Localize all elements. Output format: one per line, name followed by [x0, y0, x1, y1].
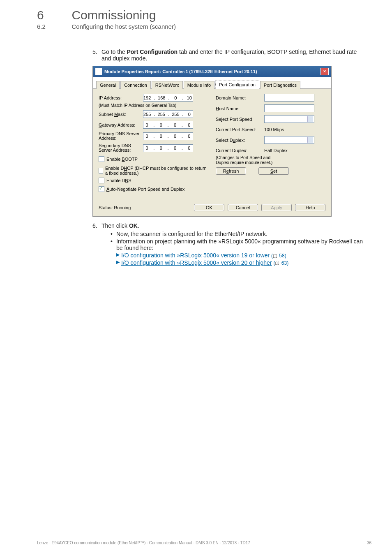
dialog-title-text: Module Properties Report: Controller:1 (…	[104, 69, 257, 74]
book-icon: 🕮	[273, 253, 277, 258]
current-duplex-value: Half Duplex	[264, 148, 288, 153]
must-match-note: (Must Match IP Address on General Tab)	[99, 103, 208, 108]
dialog-right-column: Domain Name: Host Name: Select Port Spee…	[208, 94, 325, 196]
checkbox-icon	[99, 168, 103, 173]
dialog-footer: Status: Running OK Cancel Apply Help	[93, 201, 331, 216]
host-name-input[interactable]	[264, 104, 314, 112]
enable-bootp-label: Enable BOOTP	[106, 157, 138, 162]
current-port-speed-value: 100 Mbps	[264, 127, 284, 132]
step-body: Go to the Port Configuration tab and ent…	[101, 49, 367, 62]
book-icon: 🕮	[275, 261, 279, 266]
host-name-label: Host Name:	[216, 106, 264, 111]
chevron-down-icon	[309, 139, 312, 141]
tab-rsnetworx[interactable]: RSNetWorx	[152, 81, 183, 89]
footer-text: Lenze · E94AYCEO communication module (E…	[37, 541, 250, 545]
tab-connection[interactable]: Connection	[120, 81, 151, 89]
chevron-down-icon	[309, 118, 312, 120]
checkbox-icon	[99, 178, 104, 183]
auto-negotiate-label: Auto-Negotiate Port Speed and Duplex	[106, 187, 184, 192]
dialog-module-properties: Module Properties Report: Controller:1 (…	[92, 66, 332, 217]
list-item: ▶ I/O configuration with »RSLogix 5000« …	[116, 252, 367, 259]
checkbox-icon	[99, 156, 104, 162]
primary-dns-input[interactable]: 0.0.0.0	[143, 132, 193, 140]
page-number: 36	[367, 541, 371, 545]
checkbox-icon	[99, 186, 104, 192]
enable-dhcp-checkbox[interactable]: Enable DHCP (DHCP must be configured to …	[99, 166, 208, 176]
step-6: 6. Then click OK. • Now, the scanner is …	[92, 222, 367, 267]
dialog-titlebar: Module Properties Report: Controller:1 (…	[93, 66, 331, 77]
window-icon	[95, 68, 102, 75]
select-port-speed-label: Select Port Speed	[216, 117, 264, 122]
changes-note: (Changes to Port Speed and Duplex requir…	[216, 155, 325, 165]
tab-module-info[interactable]: Module Info	[184, 81, 214, 89]
gateway-address-input[interactable]: 0.0.0.0	[143, 121, 193, 129]
secondary-dns-input[interactable]: 0.0.0.0	[143, 144, 193, 152]
refresh-button[interactable]: Refresh	[216, 167, 246, 175]
step-5: 5. Go to the Port Configuration tab and …	[92, 49, 367, 62]
enable-dhcp-label: Enable DHCP (DHCP must be configured to …	[105, 166, 208, 176]
page-footer: Lenze · E94AYCEO communication module (E…	[37, 541, 371, 545]
set-button[interactable]: Set	[258, 167, 289, 175]
step-number: 6.	[92, 222, 101, 267]
select-duplex-dropdown[interactable]	[264, 136, 314, 144]
ip-address-label: IP Address:	[99, 95, 143, 100]
step-body: Then click OK. • Now, the scanner is con…	[101, 222, 367, 267]
primary-dns-label: Primary DNS Server Address:	[99, 132, 143, 141]
enable-dns-checkbox[interactable]: Enable DNS	[99, 177, 208, 184]
auto-negotiate-checkbox[interactable]: Auto-Negotiate Port Speed and Duplex	[99, 185, 208, 193]
secondary-dns-label: Secondary DNS Server Address:	[99, 143, 143, 153]
link-io-config-v19[interactable]: I/O configuration with »RSLogix 5000« ve…	[121, 252, 270, 259]
current-duplex-label: Current Duplex:	[216, 148, 264, 153]
link-io-config-v20[interactable]: I/O configuration with »RSLogix 5000« ve…	[121, 259, 272, 266]
dialog-left-column: IP Address: 192.168.0.10 (Must Match IP …	[99, 94, 208, 196]
list-item: ▶ I/O configuration with »RSLogix 5000« …	[116, 259, 367, 266]
page-header: 6 Commissioning 6.2 Configuring the host…	[0, 0, 392, 30]
status-text: Status: Running	[99, 205, 194, 210]
gateway-address-label: Gateway Address:	[99, 123, 143, 127]
dialog-body: IP Address: 192.168.0.10 (Must Match IP …	[93, 89, 331, 201]
separator-dashes: _ _ _ _ _ _ _ _ _ _ _ _ _ _ _ _ _ _ _ _ …	[21, 39, 371, 41]
enable-bootp-checkbox[interactable]: Enable BOOTP	[99, 155, 208, 163]
select-port-speed-dropdown[interactable]	[264, 115, 314, 123]
dialog-tabs: General Connection RSNetWorx Module Info…	[93, 77, 331, 89]
section-number: 6.2	[37, 23, 70, 30]
triangle-icon: ▶	[116, 252, 120, 259]
section-title: Configuring the host system (scanner)	[71, 23, 175, 30]
current-port-speed-label: Current Port Speed:	[216, 127, 264, 132]
tab-port-diagnostics[interactable]: Port Diagnostics	[260, 81, 300, 89]
subnet-mask-input[interactable]: 255.255.255.0	[143, 110, 193, 118]
triangle-icon: ▶	[116, 259, 120, 266]
list-item: • Now, the scanner is configured for the…	[111, 231, 367, 237]
domain-name-input[interactable]	[264, 94, 314, 102]
chapter-number: 6	[37, 8, 70, 22]
ip-address-input[interactable]: 192.168.0.10	[143, 94, 193, 102]
ok-button[interactable]: OK	[194, 204, 224, 211]
list-item: • Information on project planning with t…	[111, 238, 367, 251]
chapter-title: Commissioning	[71, 8, 156, 22]
subnet-mask-label: Subnet Mask:	[99, 112, 143, 117]
apply-button[interactable]: Apply	[261, 204, 292, 211]
help-button[interactable]: Help	[295, 204, 325, 211]
close-icon[interactable]: ×	[321, 68, 329, 75]
step-number: 5.	[92, 49, 101, 62]
tab-port-configuration[interactable]: Port Configuration	[215, 81, 259, 89]
select-duplex-label: Select Duplex:	[216, 138, 264, 143]
domain-name-label: Domain Name:	[216, 95, 264, 100]
enable-dns-label: Enable DNS	[106, 178, 131, 183]
cancel-button[interactable]: Cancel	[228, 204, 258, 211]
tab-general[interactable]: General	[96, 81, 120, 89]
